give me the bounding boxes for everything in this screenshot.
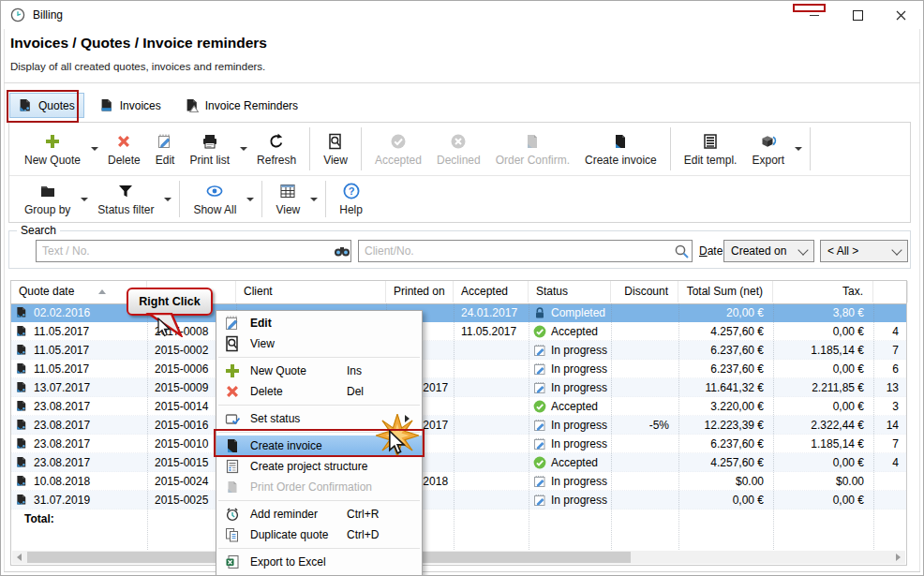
delete-button[interactable]: Delete <box>100 132 148 167</box>
new-quote-button[interactable]: New Quote <box>17 132 88 167</box>
cell-discount <box>611 341 678 360</box>
set-status-icon <box>225 411 240 426</box>
maximize-button[interactable] <box>836 1 879 29</box>
create-invoice-button[interactable]: Create invoice <box>577 132 664 167</box>
show-all-dropdown-arrow[interactable] <box>244 176 256 222</box>
export-dropdown-arrow[interactable] <box>792 123 804 175</box>
cell-tax: 3,80 € <box>773 303 873 322</box>
group-by-button[interactable]: Group by <box>17 182 78 216</box>
cell-extra <box>873 303 908 322</box>
menu-item-delete[interactable]: DeleteDel <box>216 381 422 402</box>
menu-item-label: Delete <box>250 385 283 398</box>
status-filter-button[interactable]: Status filter <box>90 182 161 216</box>
add-reminder-icon <box>225 507 240 522</box>
table-row[interactable]: 13.07.20172015-000913.07.2017In progress… <box>11 378 906 397</box>
column-header-printed-on[interactable]: Printed on <box>386 281 454 303</box>
edit-templ-button[interactable]: Edit templ. <box>677 132 745 167</box>
button-label: Print list <box>189 154 230 167</box>
group-by-icon <box>38 182 57 200</box>
cell-tax: 0,00 € <box>773 491 873 510</box>
cell-discount <box>611 472 678 491</box>
cell-total: 6.237,60 € <box>678 435 773 453</box>
cell-status: Completed <box>529 303 611 322</box>
cell-date: 11.05.2017 <box>11 360 147 378</box>
cell-total: 12.223,39 € <box>678 416 773 435</box>
menu-item-label: New Quote <box>250 364 306 377</box>
scroll-left-arrow[interactable] <box>12 551 26 564</box>
cell-accepted: 11.05.2017 <box>454 322 529 341</box>
menu-item-label: Duplicate quote <box>250 528 328 541</box>
menu-item-create-project-structure[interactable]: Create project structure <box>216 456 422 477</box>
cell-accepted <box>454 341 529 360</box>
cell-extra: 6 <box>873 360 908 378</box>
button-label: Declined <box>437 154 481 167</box>
menu-item-edit[interactable]: Edit <box>216 313 422 333</box>
column-header-client[interactable]: Client <box>236 281 386 303</box>
tab-invoice-reminders[interactable]: Invoice Reminders <box>177 93 306 118</box>
tab-quotes[interactable]: Quotes <box>9 93 84 118</box>
print-order-icon <box>225 480 240 495</box>
status-filter-dropdown-arrow[interactable] <box>161 176 173 222</box>
cell-total: 4.257,60 € <box>678 453 773 472</box>
table-row[interactable]: 31.07.20192015-0025In progress0,00 €0,00… <box>11 491 906 510</box>
cell-total: 4.257,60 € <box>678 322 773 341</box>
cell-tax: 0,00 € <box>773 360 873 378</box>
in-progress-icon <box>533 419 546 432</box>
help-button[interactable]: ?Help <box>332 182 370 216</box>
cell-extra: 7 <box>873 341 908 360</box>
svg-text:?: ? <box>348 185 354 197</box>
menu-item-add-reminder[interactable]: Add reminderCtrl+R <box>216 504 422 524</box>
tab-invoices[interactable]: Invoices <box>92 93 170 118</box>
view-dropdown-arrow[interactable] <box>307 176 320 222</box>
close-button[interactable] <box>879 1 922 29</box>
view-button[interactable]: View <box>316 132 355 167</box>
column-header-status[interactable]: Status <box>529 281 611 303</box>
accepted-button: Accepted <box>367 132 429 167</box>
menu-item-duplicate-quote[interactable]: Duplicate quoteCtrl+D <box>216 524 422 545</box>
cell-date: 10.08.2018 <box>11 472 147 491</box>
toolbar-separator <box>810 127 811 170</box>
delete-icon <box>114 132 133 151</box>
table-row[interactable]: 11.05.20172015-0006In progress6.237,60 €… <box>11 360 906 378</box>
column-header-total-sum-net[interactable]: Total Sum (net) <box>678 281 773 303</box>
table-row[interactable]: 11.05.20172015-0002In progress6.237,60 €… <box>11 341 906 360</box>
table-row[interactable]: 10.08.20182015-002410.08.2018In progress… <box>11 472 906 491</box>
scroll-right-arrow[interactable] <box>891 551 905 564</box>
refresh-button[interactable]: Refresh <box>249 132 304 167</box>
table-row[interactable]: 23.08.20172015-0015Accepted4.257,60 €0,0… <box>11 453 906 472</box>
show-all-button[interactable]: Show All <box>186 182 244 216</box>
delete-icon <box>223 382 242 401</box>
print-list-button[interactable]: Print list <box>182 132 237 167</box>
view-button[interactable]: View <box>268 182 307 216</box>
menu-item-export-to-excel[interactable]: Export to Excel <box>216 552 422 572</box>
search-client-input[interactable] <box>358 240 693 262</box>
group-by-dropdown-arrow[interactable] <box>78 176 90 222</box>
in-progress-icon <box>533 362 546 376</box>
show-all-icon <box>205 182 224 200</box>
print-list-dropdown-arrow[interactable] <box>237 123 249 175</box>
export-button[interactable]: Export <box>744 132 792 167</box>
create-invoice-icon <box>223 436 242 455</box>
menu-icon-slot <box>224 459 241 474</box>
menu-item-view[interactable]: View <box>216 333 422 354</box>
date-label: Date <box>699 244 723 258</box>
edit-button[interactable]: Edit <box>148 132 183 167</box>
cell-discount <box>611 322 678 341</box>
horizontal-scrollbar[interactable] <box>12 551 905 564</box>
new-quote-dropdown-arrow[interactable] <box>88 123 100 175</box>
column-header-accepted[interactable]: Accepted <box>454 281 529 303</box>
cell-accepted: 24.01.2017 <box>454 303 529 322</box>
menu-item-new-quote[interactable]: New QuoteIns <box>216 361 422 381</box>
column-header-discount[interactable]: Discount <box>611 281 678 303</box>
column-header-item[interactable] <box>873 281 908 303</box>
date-field-select[interactable]: Created on <box>723 240 814 262</box>
edit-icon <box>156 132 174 151</box>
menu-item-label: Add reminder <box>250 508 318 521</box>
table-row[interactable]: 23.08.20172015-0010In progress6.237,60 €… <box>11 435 906 453</box>
table-row[interactable]: 23.08.20172015-001623.08.2017In progress… <box>11 416 906 435</box>
invoices-tab-icon <box>100 98 114 112</box>
search-text-input[interactable] <box>36 240 351 262</box>
table-row[interactable]: 23.08.20172015-0014Accepted3.220,00 €0,0… <box>11 397 906 416</box>
column-header-tax[interactable]: Tax. <box>773 281 873 303</box>
date-range-select[interactable]: < All > <box>820 240 908 262</box>
